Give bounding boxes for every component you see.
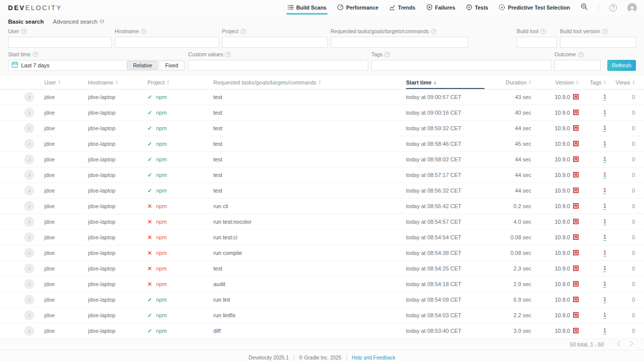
label-text: User [8,28,19,34]
build-scan-row[interactable]: J jdoe jdoe-laptop ✓ npm test today at 0… [0,183,644,199]
cell-hostname: jdoe-laptop [88,281,147,287]
build-scan-row[interactable]: J jdoe jdoe-laptop ✕ npm audit today at … [0,277,644,292]
field-project-label: Project? [222,28,328,35]
relative-mode-button[interactable]: Relative [127,61,158,70]
build-scan-row[interactable]: J jdoe jdoe-laptop ✓ npm test today at 0… [0,121,644,136]
nav-build-scans[interactable]: Build Scans [287,0,327,15]
user-avatar: J [24,295,34,305]
nav-predictive-test-selection[interactable]: Predictive Test Selection [499,0,570,15]
column-header-duration[interactable]: Duration▲▼ [496,76,531,89]
help-tooltip-icon[interactable]: ? [578,52,584,57]
help-tooltip-icon[interactable]: ? [141,29,146,34]
cell-duration: 44 sec [496,156,531,162]
help-tooltip-icon[interactable]: ? [240,29,246,34]
help-tooltip-icon[interactable]: ? [21,29,27,34]
version-number: 10.9.0 [554,110,570,116]
column-header-user[interactable]: User▲▼ [44,76,88,89]
user-avatar: J [24,263,34,274]
user-menu-button[interactable] [627,3,637,13]
tab-basic-search[interactable]: Basic search [8,19,44,25]
user-input[interactable] [8,37,112,48]
version-number: 10.9.0 [554,219,570,225]
build-scan-row[interactable]: J jdoe jdoe-laptop ✓ npm test today at 0… [0,167,644,183]
cell-project: ✕ npm [147,203,213,210]
build-scan-row[interactable]: J jdoe jdoe-laptop ✕ npm run test:ci tod… [0,230,644,245]
build-scan-row[interactable]: J jdoe jdoe-laptop ✓ npm test today at 0… [0,152,644,167]
help-button[interactable]: ? [609,4,617,12]
tags-input[interactable] [371,60,551,71]
custom-values-input[interactable] [188,60,368,71]
requested-tasks-input[interactable] [331,37,468,48]
avatar-letter: J [28,126,30,131]
cell-requested-tasks: run test:nocolor [213,219,406,225]
project-input[interactable] [222,37,328,48]
column-header-views[interactable]: Views▲▼ [606,76,644,89]
build-system-label: npm [156,172,167,178]
column-header-version[interactable]: Version▲▼ [531,76,579,89]
nav-trends[interactable]: Trends [389,0,415,15]
tab-advanced-search[interactable]: Advanced search [53,19,104,25]
help-tooltip-icon[interactable]: ? [431,29,437,34]
help-and-feedback-link[interactable]: Help and Feedback [352,355,395,360]
avatar-letter: J [28,95,30,100]
column-label: Views [615,79,630,85]
search-panel: Basic search Advanced search User? Hostn… [0,15,644,76]
column-header-start-time[interactable]: Start time▲▼ [406,76,496,89]
cell-hostname: jdoe-laptop [88,94,147,100]
build-scan-row[interactable]: J jdoe jdoe-laptop ✕ npm run test:nocolo… [0,214,644,230]
field-hostname-label: Hostname? [115,28,219,35]
cell-version: 10.9.0 [531,281,579,288]
nav-tests[interactable]: Tests [466,0,489,15]
build-tool-input[interactable] [517,37,557,48]
cell-version: 10.9.0 [531,234,579,241]
npm-icon [573,141,579,147]
help-tooltip-icon[interactable]: ? [225,52,230,57]
previous-page-button[interactable] [612,340,625,349]
npm-icon [573,234,579,241]
start-time-picker[interactable]: Last 7 days Relative Fixed [8,60,185,71]
cell-version: 10.9.0 [531,203,579,210]
search-button[interactable] [581,3,588,12]
field-user-label: User? [8,28,112,35]
npm-icon [573,94,579,101]
fixed-mode-button[interactable]: Fixed [159,61,184,70]
version-number: 10.9.0 [554,125,570,131]
build-scan-row[interactable]: J jdoe jdoe-laptop ✓ npm run lintfix tod… [0,308,644,323]
column-header-hostname[interactable]: Hostname▲▼ [88,76,147,89]
outcome-input[interactable] [554,60,601,71]
cell-project: ✓ npm [147,188,213,194]
cell-user: jdoe [44,188,88,194]
nav-failures[interactable]: Failures [426,0,455,15]
help-icon: ? [609,4,617,12]
help-tooltip-icon[interactable]: ? [33,52,38,57]
build-scan-row[interactable]: J jdoe jdoe-laptop ✕ npm run cli today a… [0,199,644,214]
cell-avatar: J [0,154,44,164]
cell-version: 10.9.0 [531,328,579,334]
help-tooltip-icon[interactable]: ? [602,29,608,34]
version-number: 10.9.0 [554,250,570,256]
cell-avatar: J [0,248,44,258]
footer-divider: | [346,355,347,360]
build-scan-row[interactable]: J jdoe jdoe-laptop ✕ npm run compile tod… [0,245,644,261]
build-scan-row[interactable]: J jdoe jdoe-laptop ✓ npm test today at 0… [0,136,644,152]
build-scan-row[interactable]: J jdoe jdoe-laptop ✓ npm test today at 0… [0,105,644,121]
build-scan-row[interactable]: J jdoe jdoe-laptop ✓ npm diff today at 0… [0,323,644,339]
build-scan-row[interactable]: J jdoe jdoe-laptop ✓ npm test today at 0… [0,89,644,105]
help-tooltip-icon[interactable]: ? [540,29,546,34]
column-header-requested-tasks[interactable]: Requested tasks/goals/targets/commands▲▼ [213,76,406,89]
cell-views: 0 [606,141,644,147]
next-page-button[interactable] [625,340,638,349]
build-scan-row[interactable]: J jdoe jdoe-laptop ✕ npm test today at 0… [0,261,644,277]
column-header-project[interactable]: Project▲▼ [147,76,213,89]
build-scan-row[interactable]: J jdoe jdoe-laptop ✓ npm run lint today … [0,292,644,308]
cell-tags: 1 [579,312,606,319]
nav-performance[interactable]: Performance [337,0,378,15]
column-header-tags[interactable]: Tags▲▼ [579,76,606,89]
hostname-input[interactable] [115,37,219,48]
cell-duration: 40 sec [496,110,531,116]
nav-label: Build Scans [296,5,327,11]
build-tool-version-input[interactable] [560,37,636,48]
refresh-button[interactable]: Refresh [607,60,636,71]
avatar-letter: J [28,235,30,240]
help-tooltip-icon[interactable]: ? [384,52,390,57]
